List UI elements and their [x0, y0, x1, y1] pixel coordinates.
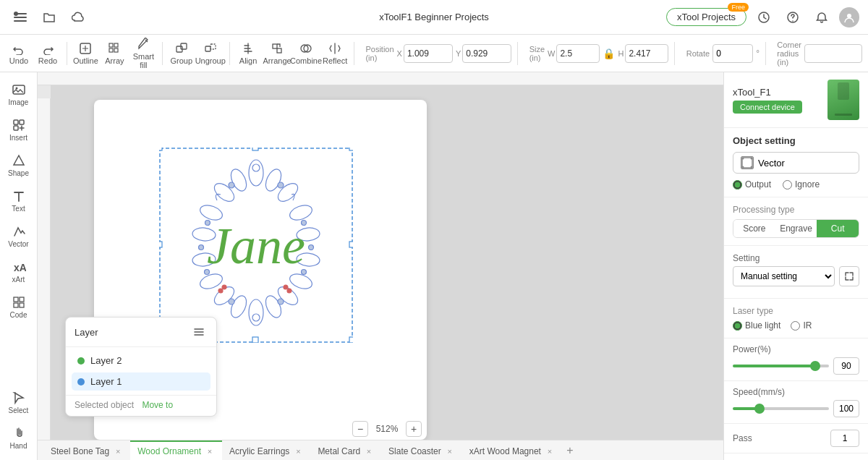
connect-device-button[interactable]: Connect device: [733, 101, 802, 114]
tab-wood-ornament[interactable]: Wood Ornament ×: [130, 440, 222, 461]
topbar: xToolF1 Beginner Projects xTool Projects…: [0, 0, 868, 35]
tab-close-steel-bone-tag[interactable]: ×: [113, 446, 123, 456]
group-button[interactable]: Group: [169, 39, 195, 68]
layer-footer: Selected object Move to: [66, 395, 216, 416]
tab-close-xart-wood-magnet[interactable]: ×: [545, 446, 555, 456]
svg-point-61: [229, 182, 234, 188]
canvas-viewport[interactable]: Jane Layer Layer 2: [51, 85, 723, 440]
power-slider-row: [733, 357, 859, 375]
ignore-radio[interactable]: [783, 180, 792, 189]
blue-light-radio[interactable]: [733, 321, 742, 331]
zoom-bar: − 512% +: [352, 421, 422, 437]
pass-input[interactable]: [830, 430, 859, 447]
sidebar-item-hand[interactable]: Hand: [3, 422, 35, 454]
object-setting-title: Object setting: [733, 135, 859, 146]
tab-add-button[interactable]: +: [562, 443, 578, 459]
undo-button[interactable]: Undo: [6, 39, 32, 68]
output-radio[interactable]: [733, 180, 742, 189]
processing-type-buttons: Score Engrave Cut: [733, 219, 859, 238]
svg-rect-24: [20, 120, 24, 124]
power-slider[interactable]: [733, 365, 829, 367]
setting-expand-button[interactable]: [839, 266, 859, 286]
x-input[interactable]: [404, 44, 453, 63]
manual-setting-select[interactable]: Manual setting: [733, 266, 835, 286]
sidebar-item-image-label: Image: [9, 98, 29, 106]
h-input[interactable]: [625, 44, 668, 63]
svg-rect-10: [114, 43, 118, 47]
redo-button[interactable]: Redo: [35, 39, 61, 68]
tab-acrylic-earrings[interactable]: Acrylic Earrings ×: [222, 440, 310, 461]
engrave-button[interactable]: Engrave: [775, 220, 817, 237]
notification-button[interactable]: [810, 6, 833, 29]
avatar[interactable]: [839, 7, 859, 27]
pass-section: Pass: [724, 424, 868, 453]
tab-metal-card[interactable]: Metal Card ×: [310, 440, 381, 461]
align-button[interactable]: Align: [235, 39, 261, 68]
left-sidebar: Image Insert Shape Text Vector xA xArt C…: [0, 72, 38, 460]
layer-item[interactable]: Layer 2: [72, 352, 210, 370]
open-folder-button[interactable]: [38, 6, 61, 29]
svg-rect-23: [14, 120, 18, 124]
move-to-link[interactable]: Move to: [142, 400, 173, 410]
tab-steel-bone-tag[interactable]: Steel Bone Tag ×: [43, 440, 130, 461]
sidebar-item-text[interactable]: Text: [3, 184, 35, 217]
sidebar-item-xart[interactable]: xA xArt: [3, 255, 35, 288]
power-value[interactable]: [833, 357, 859, 375]
zoom-in-button[interactable]: +: [406, 421, 422, 437]
svg-text:xA: xA: [14, 262, 26, 273]
tab-bar: Steel Bone Tag × Wood Ornament × Acrylic…: [38, 440, 723, 460]
svg-rect-17: [273, 44, 277, 48]
xtool-projects-button[interactable]: xTool Projects Free: [666, 8, 746, 26]
svg-rect-12: [114, 48, 118, 52]
tab-close-slate-coaster[interactable]: ×: [445, 446, 455, 456]
blue-light-radio-label[interactable]: Blue light: [733, 320, 780, 331]
lock-icon[interactable]: 🔒: [603, 48, 615, 59]
output-radio-label[interactable]: Output: [733, 179, 771, 189]
arrange-button[interactable]: Arrange: [264, 39, 290, 68]
svg-rect-16: [210, 44, 216, 49]
tab-slate-coaster[interactable]: Slate Coaster ×: [381, 440, 462, 461]
sidebar-item-select[interactable]: Select: [3, 386, 35, 419]
sidebar-item-code-label: Code: [10, 311, 27, 319]
rotate-input[interactable]: [712, 44, 753, 63]
design-svg: Jane: [159, 148, 353, 343]
reflect-button[interactable]: Reflect: [322, 39, 348, 68]
y-input[interactable]: [462, 44, 511, 63]
tab-xart-wood-magnet[interactable]: xArt Wood Magnet ×: [462, 440, 562, 461]
cloud-button[interactable]: [67, 6, 90, 29]
sidebar-item-vector[interactable]: Vector: [3, 220, 35, 252]
smart-fill-button[interactable]: Smart fill: [130, 35, 156, 72]
sidebar-item-shape[interactable]: Shape: [3, 149, 35, 182]
speed-value[interactable]: [833, 400, 859, 417]
tab-close-wood-ornament[interactable]: ×: [205, 446, 215, 456]
sidebar-item-vector-label: Vector: [8, 240, 28, 248]
layer-item-active[interactable]: Layer 1: [72, 372, 210, 391]
sidebar-item-image[interactable]: Image: [3, 78, 35, 111]
score-button[interactable]: Score: [733, 220, 775, 237]
ir-radio-label[interactable]: IR: [791, 320, 812, 331]
corner-input[interactable]: [804, 44, 862, 63]
speed-slider[interactable]: [733, 407, 829, 410]
ignore-radio-label[interactable]: Ignore: [783, 179, 820, 189]
menu-button[interactable]: [9, 6, 32, 29]
ungroup-button[interactable]: Ungroup: [197, 39, 224, 68]
help-button[interactable]: [781, 6, 804, 29]
sidebar-item-insert[interactable]: Insert: [3, 114, 35, 146]
history-button[interactable]: [752, 6, 775, 29]
combine-button[interactable]: Combine: [293, 39, 319, 68]
svg-rect-11: [109, 48, 113, 52]
tab-close-acrylic-earrings[interactable]: ×: [293, 446, 303, 456]
array-button[interactable]: Array: [101, 39, 127, 68]
w-input[interactable]: [556, 44, 600, 63]
layer-menu-button[interactable]: [190, 323, 208, 341]
ir-radio[interactable]: [791, 321, 800, 331]
tab-close-metal-card[interactable]: ×: [364, 446, 374, 456]
svg-rect-36: [252, 148, 258, 150]
zoom-out-button[interactable]: −: [352, 421, 368, 437]
sidebar-item-code[interactable]: Code: [3, 291, 35, 323]
outline-button[interactable]: Outline: [72, 39, 98, 68]
cut-button[interactable]: Cut: [817, 220, 859, 237]
app-title: xToolF1 Beginner Projects: [379, 12, 489, 22]
laser-section: Laser type Blue light IR: [724, 299, 868, 338]
device-header: xTool_F1 Connect device: [724, 72, 868, 128]
